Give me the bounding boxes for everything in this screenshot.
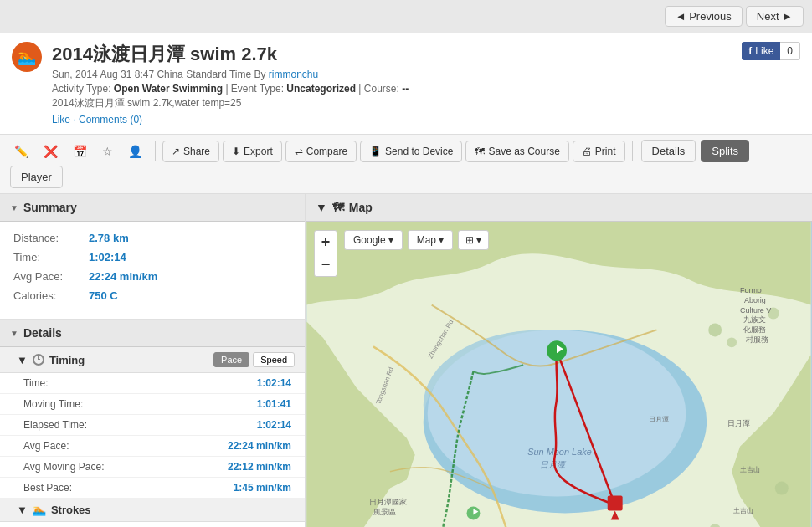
svg-text:Culture V: Culture V <box>740 306 771 315</box>
comments-link[interactable]: Comments (0) <box>79 114 142 125</box>
share-button[interactable]: ↗ Share <box>162 141 219 162</box>
svg-point-4 <box>708 323 722 336</box>
strokes-arrow: ▼ <box>17 504 28 516</box>
edit-icon-button[interactable]: ✏️ <box>8 141 34 162</box>
map-type-button[interactable]: Map ▾ <box>408 230 453 250</box>
share-icon: ↗ <box>172 146 180 157</box>
map-container[interactable]: Formo Aborig Culture V 九族文 化服務 村服務 Zhong… <box>306 222 812 527</box>
toolbar-separator-2 <box>632 141 633 161</box>
previous-button[interactable]: ◄ Previous <box>665 6 743 27</box>
calories-value: 750 C <box>89 289 118 302</box>
map-icon: 🗺 <box>332 201 344 214</box>
svg-text:Formo: Formo <box>740 286 762 294</box>
svg-rect-31 <box>608 496 623 511</box>
avg-pace-label: Avg Pace: <box>13 270 89 283</box>
distance-value: 2.78 km <box>89 232 129 244</box>
player-tab[interactable]: Player <box>10 166 63 188</box>
details-title: Details <box>23 326 62 340</box>
summary-arrow: ▼ <box>10 203 18 212</box>
timing-moving-time-row: Moving Time: 1:01:41 <box>0 394 305 415</box>
compare-button[interactable]: ⇌ Compare <box>285 141 357 162</box>
distance-row: Distance: 2.78 km <box>13 232 291 244</box>
svg-text:Aborig: Aborig <box>744 296 766 304</box>
google-button[interactable]: Google ▾ <box>344 230 403 250</box>
print-button[interactable]: 🖨 Print <box>573 141 625 162</box>
facebook-count: 0 <box>780 42 800 60</box>
map-svg: Formo Aborig Culture V 九族文 化服務 村服務 Zhong… <box>306 222 812 527</box>
pace-button[interactable]: Pace <box>213 352 249 367</box>
map-header: ▼ 🗺 Map <box>306 194 812 222</box>
details-tab[interactable]: Details <box>641 140 696 162</box>
star-icon-button[interactable]: ☆ <box>96 141 119 162</box>
export-icon: ⬇ <box>232 146 240 157</box>
layers-icon: ⊞ <box>465 234 474 246</box>
map-type-chevron: ▾ <box>439 234 444 246</box>
timing-avg-moving-pace-row: Avg Moving Pace: 22:12 min/km <box>0 457 305 478</box>
details-arrow: ▼ <box>10 329 18 338</box>
svg-text:土吉山: 土吉山 <box>740 466 760 473</box>
calendar-icon-button[interactable]: 📅 <box>67 141 93 162</box>
summary-section-header[interactable]: ▼ Summary <box>0 194 305 222</box>
speed-button[interactable]: Speed <box>253 352 295 367</box>
timing-time-row: Time: 1:02:14 <box>0 373 305 394</box>
person-icon-button[interactable]: 👤 <box>122 141 148 162</box>
toolbar: ✏️ ❌ 📅 ☆ 👤 ↗ Share ⬇ Export ⇌ Compare 📱 … <box>0 135 812 194</box>
avg-pace-value: 22:24 min/km <box>89 270 157 283</box>
splits-tab[interactable]: Splits <box>701 140 749 162</box>
calories-row: Calories: 750 C <box>13 289 291 302</box>
svg-text:Sun Moon Lake: Sun Moon Lake <box>527 447 592 457</box>
timing-title: Timing <box>49 354 85 366</box>
right-panel: ▼ 🗺 Map <box>306 194 812 527</box>
top-navigation: ◄ Previous Next ► <box>0 0 812 33</box>
time-value: 1:02:14 <box>89 251 126 264</box>
strokes-subsection-header[interactable]: ▼ 🏊 Strokes <box>0 499 305 522</box>
map-type-label: Map <box>417 234 436 246</box>
clock-icon <box>33 354 44 366</box>
activity-meta: Activity Type: Open Water Swimming | Eve… <box>52 83 732 95</box>
svg-text:九族文: 九族文 <box>743 315 766 324</box>
timing-avg-pace-row: Avg Pace: 22:24 min/km <box>0 436 305 457</box>
svg-text:日月潭: 日月潭 <box>727 419 750 427</box>
svg-text:村服務: 村服務 <box>745 335 768 344</box>
pace-speed-toggle: Pace Speed <box>213 352 295 367</box>
svg-point-5 <box>727 337 737 347</box>
left-panel: ▼ Summary Distance: 2.78 km Time: 1:02:1… <box>0 194 306 527</box>
time-row: Time: 1:02:14 <box>13 251 291 264</box>
calories-label: Calories: <box>13 289 89 302</box>
activity-description: 2014泳渡日月潭 swim 2.7k,water temp=25 <box>52 96 732 110</box>
distance-label: Distance: <box>13 232 89 244</box>
swim-icon: 🏊 <box>33 504 46 516</box>
time-label: Time: <box>13 251 89 264</box>
svg-point-8 <box>775 482 789 495</box>
svg-text:化服務: 化服務 <box>743 325 766 334</box>
map-arrow: ▼ <box>316 201 327 214</box>
zoom-out-button[interactable]: − <box>314 253 337 277</box>
layers-button[interactable]: ⊞ ▾ <box>458 230 489 250</box>
facebook-like: f Like 0 <box>742 42 800 60</box>
svg-text:風景區: 風景區 <box>373 508 396 516</box>
send-to-device-button[interactable]: 📱 Send to Device <box>360 141 462 162</box>
timing-subsection-header[interactable]: ▼ Timing Pace Speed <box>0 347 305 373</box>
facebook-icon: f <box>748 45 752 57</box>
main-content: ▼ Summary Distance: 2.78 km Time: 1:02:1… <box>0 194 812 527</box>
activity-icon: 🏊 <box>12 42 42 72</box>
avg-cadence-row: Avg Swim Cadence: 74 strokes/min <box>0 522 305 527</box>
activity-title: 2014泳渡日月潭 swim 2.7k <box>52 42 732 67</box>
summary-title: Summary <box>23 201 77 214</box>
activity-header: 🏊 2014泳渡日月潭 swim 2.7k Sun, 2014 Aug 31 8… <box>0 33 812 135</box>
zoom-in-button[interactable]: + <box>314 230 337 253</box>
save-as-course-button[interactable]: 🗺 Save as Course <box>465 141 568 162</box>
like-link[interactable]: Like <box>52 114 70 125</box>
timing-best-pace-row: Best Pace: 1:45 min/km <box>0 478 305 499</box>
facebook-like-button[interactable]: f Like <box>742 42 780 60</box>
svg-text:土吉山: 土吉山 <box>733 507 753 514</box>
svg-text:日月潭國家: 日月潭國家 <box>369 498 407 506</box>
delete-icon-button[interactable]: ❌ <box>38 141 64 162</box>
next-button[interactable]: Next ► <box>746 6 804 27</box>
export-button[interactable]: ⬇ Export <box>223 141 282 162</box>
course-icon: 🗺 <box>475 146 485 157</box>
toolbar-separator-1 <box>155 141 156 161</box>
author-link[interactable]: rimmonchu <box>269 69 318 80</box>
zoom-controls: + − <box>314 230 337 277</box>
details-section-header[interactable]: ▼ Details <box>0 320 305 347</box>
